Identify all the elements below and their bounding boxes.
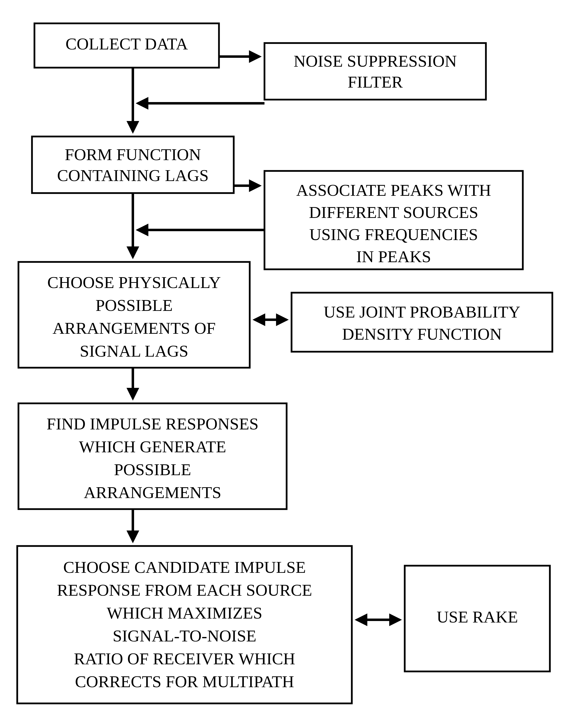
node-label: ASSOCIATE PEAKS WITH	[296, 181, 491, 200]
node-label: NOISE SUPPRESSION	[294, 52, 457, 70]
node-label: FORM FUNCTION	[65, 145, 201, 164]
node-noise-suppression-filter: NOISE SUPPRESSION FILTER	[264, 43, 486, 100]
node-label: WHICH MAXIMIZES	[107, 604, 262, 622]
node-joint-probability: USE JOINT PROBABILITY DENSITY FUNCTION	[292, 293, 552, 352]
node-label: SIGNAL-TO-NOISE	[113, 626, 256, 645]
node-label: USE JOINT PROBABILITY	[323, 302, 520, 321]
node-label: SIGNAL LAGS	[80, 342, 188, 360]
node-label: RESPONSE FROM EACH SOURCE	[57, 581, 312, 599]
node-label: POSSIBLE	[96, 296, 173, 315]
node-choose-arrangements: CHOOSE PHYSICALLY POSSIBLE ARRANGEMENTS …	[18, 262, 250, 368]
node-label: POSSIBLE	[114, 460, 191, 479]
node-label: USING FREQUENCIES	[309, 225, 478, 244]
node-label: CORRECTS FOR MULTIPATH	[75, 672, 294, 691]
node-label: ARRANGEMENTS OF	[52, 319, 215, 337]
node-label: CHOOSE CANDIDATE IMPULSE	[63, 558, 306, 576]
node-label: COLLECT DATA	[65, 35, 188, 53]
node-label: RATIO OF RECEIVER WHICH	[74, 649, 295, 668]
node-choose-candidate: CHOOSE CANDIDATE IMPULSE RESPONSE FROM E…	[17, 546, 352, 704]
node-label: IN PEAKS	[356, 247, 431, 266]
node-label: WHICH GENERATE	[79, 437, 226, 456]
node-label: DIFFERENT SOURCES	[309, 203, 478, 222]
node-label: CHOOSE PHYSICALLY	[47, 273, 221, 292]
node-use-rake: USE RAKE	[405, 566, 550, 671]
flowchart: COLLECT DATA NOISE SUPPRESSION FILTER FO…	[0, 0, 573, 728]
node-label: DENSITY FUNCTION	[342, 325, 502, 343]
node-label: CONTAINING LAGS	[57, 166, 209, 185]
node-label: ARRANGEMENTS	[84, 483, 221, 502]
node-label: FILTER	[348, 72, 403, 91]
node-label: USE RAKE	[437, 608, 518, 626]
node-collect-data: COLLECT DATA	[35, 23, 219, 68]
node-associate-peaks: ASSOCIATE PEAKS WITH DIFFERENT SOURCES U…	[264, 171, 523, 269]
node-find-impulse-responses: FIND IMPULSE RESPONSES WHICH GENERATE PO…	[18, 403, 286, 509]
node-form-function: FORM FUNCTION CONTAINING LAGS	[32, 136, 234, 193]
node-label: FIND IMPULSE RESPONSES	[47, 414, 259, 433]
